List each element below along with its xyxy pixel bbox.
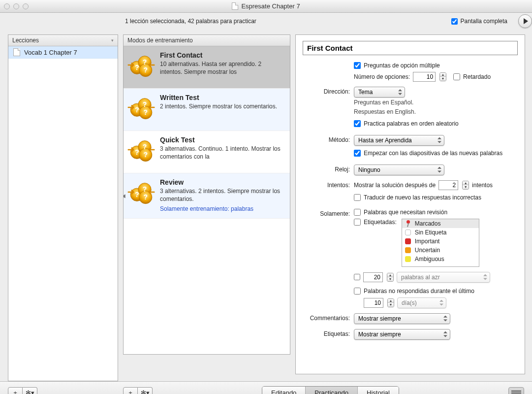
- fullscreen-checkbox[interactable]: Pantalla completa: [451, 18, 507, 25]
- tag-item[interactable]: Ambiguous: [402, 255, 479, 263]
- svg-text:?: ?: [135, 191, 139, 198]
- attempts-input[interactable]: [438, 180, 458, 190]
- minimize-dot[interactable]: [13, 3, 19, 9]
- mode-desc: 3 alternativas. 2 intentos. Siempre most…: [160, 187, 283, 203]
- svg-text:?: ?: [143, 108, 148, 116]
- fullscreen-check[interactable]: [451, 18, 458, 25]
- direction-label: Dirección:: [303, 87, 350, 95]
- mode-title: First Contact: [160, 51, 283, 59]
- view-segmented-control: Editando Practicando Historial: [262, 386, 399, 394]
- attempts-label: Intentos:: [303, 180, 350, 189]
- direction-sub2: Respuestas en English.: [354, 108, 518, 116]
- mode-title-input[interactable]: [303, 41, 518, 55]
- lesson-actions-button[interactable]: ✻▾: [23, 387, 37, 394]
- mode-title: Review: [160, 178, 283, 186]
- add-mode-button[interactable]: +: [123, 387, 138, 394]
- tab-editando[interactable]: Editando: [262, 387, 306, 394]
- num-options-input[interactable]: [413, 72, 436, 82]
- add-lesson-button[interactable]: +: [8, 387, 23, 394]
- multiple-choice-checkbox[interactable]: Preguntas de opción múltiple: [354, 62, 518, 69]
- tag-item[interactable]: Sin Etiqueta: [402, 228, 479, 237]
- zoom-dot[interactable]: [23, 3, 29, 9]
- random-n-select[interactable]: palabras al azr: [397, 272, 490, 283]
- comments-select[interactable]: Mostrar siempre: [354, 313, 450, 324]
- mode-details-panel: Preguntas de opción múltiple Número de o…: [295, 34, 525, 374]
- tab-practicando[interactable]: Practicando: [306, 387, 358, 394]
- modes-header: Modos de entrenamiento: [124, 35, 290, 46]
- labels-select[interactable]: Mostrar siempre: [354, 329, 450, 340]
- lessons-sidebar: Lecciones ▾ Vocab 1 Chapter 7: [8, 34, 118, 381]
- document-icon: [232, 2, 238, 10]
- direction-select[interactable]: Tema: [354, 87, 405, 98]
- mode-desc: 2 intentos. Siempre mostrar los comentar…: [160, 102, 283, 110]
- mode-desc: 3 alternativas. Continuo. 1 intento. Mos…: [160, 145, 283, 161]
- empty-tag-icon: [405, 230, 411, 235]
- tag-item[interactable]: Important: [402, 237, 479, 246]
- svg-text:?: ?: [143, 100, 147, 108]
- mode-icon: ? ? ?: [127, 94, 155, 121]
- color-tag-icon: [405, 238, 411, 244]
- status-text: 1 lección seleccionada, 42 palabras para…: [118, 18, 256, 25]
- comments-label: Commentarios:: [303, 313, 350, 322]
- bottom-toolbar: + ✻▾ + ✻▾ Editando Practicando Historial: [0, 381, 532, 394]
- random-n-checkbox[interactable]: [354, 274, 360, 280]
- num-options-label: Número de opciones:: [354, 73, 410, 80]
- not-answered-stepper[interactable]: ▲▼: [387, 298, 394, 307]
- tag-label: Important: [415, 238, 440, 245]
- mode-title: Written Test: [160, 94, 283, 101]
- mode-desc: 10 alternativas. Hasta ser aprendido. 2 …: [160, 60, 283, 76]
- tagged-checkbox[interactable]: Etiquetadas:: [354, 219, 397, 226]
- not-answered-checkbox[interactable]: Palabras no respondidas durante el últim…: [354, 288, 518, 295]
- num-options-stepper[interactable]: ▲▼: [439, 72, 446, 81]
- random-order-checkbox[interactable]: Practica palabras en orden aleatorio: [354, 120, 518, 127]
- clock-select[interactable]: Ninguno: [354, 164, 444, 175]
- random-n-input[interactable]: [363, 272, 383, 282]
- svg-text:?: ?: [143, 143, 147, 151]
- direction-sub1: Preguntas en Español.: [354, 98, 518, 107]
- training-modes-panel: Modos de entrenamiento ? ? ? First Conta…: [123, 34, 290, 355]
- sort-indicator-icon: ▾: [111, 38, 114, 43]
- method-select[interactable]: Hasta ser Aprendida: [354, 135, 444, 146]
- tag-label: Ambiguous: [415, 256, 444, 263]
- window-title-text: Espresate Chapter 7: [241, 2, 300, 10]
- mode-item[interactable]: ? ? ? Quick Test 3 alternativas. Continu…: [124, 131, 290, 173]
- play-button[interactable]: [518, 14, 532, 28]
- tag-item[interactable]: Uncertain: [402, 246, 479, 255]
- not-answered-unit-select[interactable]: día(s): [397, 297, 446, 308]
- tag-list[interactable]: MarcadosSin EtiquetaImportantUncertainAm…: [402, 219, 479, 267]
- lesson-item[interactable]: Vocab 1 Chapter 7: [8, 46, 118, 59]
- mode-item[interactable]: ◀ ? ? ? Review 3 alternativas. 2 intento…: [124, 173, 290, 219]
- retranslate-checkbox[interactable]: Traducir de nuevo las respuestas incorre…: [354, 194, 518, 201]
- list-view-toggle[interactable]: [508, 387, 524, 394]
- only-label: Solamente:: [303, 209, 350, 217]
- sidebar-header[interactable]: Lecciones ▾: [8, 35, 118, 46]
- mode-item[interactable]: ? ? ? Written Test 2 intentos. Siempre m…: [124, 89, 290, 131]
- color-tag-icon: [405, 247, 411, 253]
- svg-text:?: ?: [143, 185, 147, 193]
- close-dot[interactable]: [4, 3, 10, 9]
- mode-icon: ? ? ?: [127, 51, 155, 79]
- mode-icon: ? ? ?: [127, 136, 155, 164]
- labels-row-label: Etiquetas:: [303, 329, 350, 337]
- svg-text:?: ?: [143, 58, 147, 66]
- caret-icon: ◀: [124, 193, 125, 198]
- svg-text:?: ?: [143, 66, 148, 74]
- sidebar-header-label: Lecciones: [12, 37, 39, 44]
- svg-text:?: ?: [143, 151, 148, 159]
- tab-historial[interactable]: Historial: [358, 387, 399, 394]
- delayed-checkbox[interactable]: Retardado: [453, 73, 491, 80]
- needs-review-checkbox[interactable]: Palabras que necesitan revisión: [354, 209, 518, 216]
- fullscreen-label: Pantalla completa: [461, 18, 507, 25]
- not-answered-value[interactable]: [364, 298, 383, 308]
- tag-label: Uncertain: [415, 247, 440, 254]
- mode-item[interactable]: ? ? ? First Contact 10 alternativas. Has…: [124, 46, 290, 89]
- mode-title: Quick Test: [160, 136, 283, 144]
- mode-actions-button[interactable]: ✻▾: [138, 387, 153, 394]
- tag-item[interactable]: Marcados: [402, 219, 479, 228]
- attempts-stepper[interactable]: ▲▼: [462, 181, 469, 190]
- tag-label: Marcados: [415, 220, 441, 227]
- random-n-stepper[interactable]: ▲▼: [387, 273, 394, 282]
- svg-text:?: ?: [135, 106, 139, 114]
- start-slides-checkbox[interactable]: Empezar con las diapositivas de las nuev…: [354, 150, 518, 157]
- window-title: Espresate Chapter 7: [0, 2, 532, 10]
